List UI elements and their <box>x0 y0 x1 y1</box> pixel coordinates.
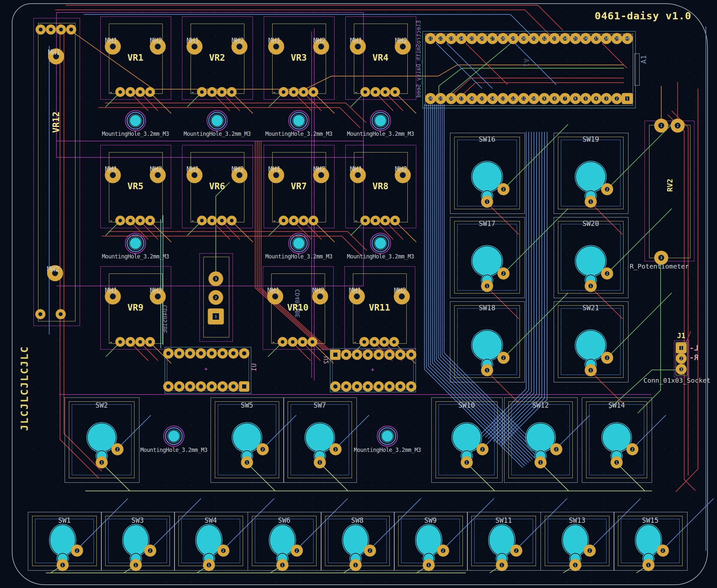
pad[interactable] <box>229 349 238 358</box>
pad[interactable] <box>381 88 390 97</box>
pad[interactable] <box>227 88 236 97</box>
pad[interactable] <box>341 382 351 391</box>
pad[interactable] <box>36 25 45 34</box>
switch-plunger[interactable] <box>452 423 481 451</box>
pad[interactable] <box>391 88 400 97</box>
mounting-hole[interactable] <box>288 110 309 131</box>
pad[interactable] <box>341 350 351 359</box>
pad[interactable] <box>239 349 249 358</box>
pad[interactable] <box>126 88 135 97</box>
switch-plunger[interactable] <box>576 246 606 276</box>
pad[interactable] <box>126 216 135 225</box>
pad[interactable] <box>197 88 206 97</box>
pad[interactable] <box>308 337 317 346</box>
pad[interactable] <box>390 337 399 346</box>
mounting-hole[interactable] <box>288 233 309 254</box>
mounting-hole[interactable] <box>370 233 391 254</box>
pad[interactable] <box>380 337 389 346</box>
pad[interactable] <box>116 216 125 225</box>
pad[interactable] <box>185 349 195 358</box>
pad[interactable] <box>278 337 287 346</box>
pad[interactable] <box>289 88 298 97</box>
pad[interactable] <box>298 337 307 346</box>
switch-plunger[interactable] <box>576 162 606 191</box>
pad[interactable] <box>197 216 206 225</box>
pad[interactable] <box>363 350 373 359</box>
switch-plunger[interactable] <box>88 423 116 451</box>
pad[interactable] <box>185 382 195 391</box>
pad[interactable] <box>385 382 394 391</box>
pad[interactable] <box>67 25 76 34</box>
pad[interactable] <box>56 310 65 319</box>
pad[interactable] <box>299 216 308 225</box>
pad[interactable] <box>36 310 45 319</box>
switch-plunger[interactable] <box>472 162 502 191</box>
pad[interactable] <box>279 88 288 97</box>
pad[interactable] <box>146 216 154 225</box>
pad[interactable] <box>196 382 206 391</box>
pad[interactable] <box>174 382 184 391</box>
pad[interactable] <box>299 88 308 97</box>
pad[interactable] <box>196 349 206 358</box>
pad[interactable] <box>309 88 318 97</box>
switch-plunger[interactable] <box>472 331 502 360</box>
pad[interactable] <box>116 88 125 97</box>
pad[interactable] <box>174 349 184 358</box>
pad[interactable] <box>239 382 249 391</box>
pad[interactable] <box>363 382 373 391</box>
pad[interactable] <box>406 350 416 359</box>
pad[interactable] <box>352 382 362 391</box>
pad[interactable] <box>374 382 383 391</box>
pad[interactable] <box>218 349 227 358</box>
pad[interactable] <box>136 216 145 225</box>
pad[interactable] <box>229 382 238 391</box>
pad[interactable] <box>207 382 216 391</box>
pad[interactable] <box>217 88 226 97</box>
pad[interactable] <box>361 88 370 97</box>
pad[interactable] <box>289 216 298 225</box>
pad[interactable] <box>164 349 173 358</box>
pad[interactable] <box>288 337 297 346</box>
pad[interactable] <box>136 88 145 97</box>
pad[interactable] <box>331 382 340 391</box>
pad[interactable] <box>352 350 362 359</box>
pad[interactable] <box>396 350 405 359</box>
switch-plunger[interactable] <box>526 423 555 451</box>
mounting-hole[interactable] <box>377 426 398 447</box>
mounting-hole[interactable] <box>125 110 146 131</box>
pad[interactable] <box>208 88 216 97</box>
switch-plunger[interactable] <box>306 423 334 451</box>
pad[interactable] <box>309 216 318 225</box>
board-title-text[interactable]: 0461-daisy v1.0 <box>595 10 691 22</box>
pad[interactable] <box>116 337 125 346</box>
mounting-hole[interactable] <box>163 426 184 447</box>
pad[interactable] <box>208 216 216 225</box>
pad[interactable] <box>406 382 416 391</box>
switch-plunger[interactable] <box>472 246 502 276</box>
pad[interactable] <box>207 349 216 358</box>
pad[interactable] <box>374 350 383 359</box>
pad[interactable] <box>126 337 135 346</box>
pad[interactable] <box>217 216 226 225</box>
mounting-hole[interactable] <box>370 110 391 131</box>
pad[interactable] <box>146 337 154 346</box>
pad[interactable] <box>218 382 227 391</box>
pad[interactable] <box>381 216 390 225</box>
pad[interactable] <box>385 350 394 359</box>
pad[interactable] <box>391 216 400 225</box>
switch-plunger[interactable] <box>233 423 261 451</box>
pad[interactable] <box>371 88 380 97</box>
pad[interactable] <box>396 382 405 391</box>
switch-plunger[interactable] <box>603 423 631 451</box>
mounting-hole[interactable] <box>207 110 228 131</box>
pad[interactable] <box>371 216 380 225</box>
pad[interactable] <box>164 382 173 391</box>
pad[interactable] <box>279 216 288 225</box>
pad[interactable] <box>136 337 145 346</box>
pad[interactable] <box>331 350 340 359</box>
mounting-hole[interactable] <box>125 233 146 254</box>
pad[interactable] <box>360 337 369 346</box>
pad[interactable] <box>227 216 236 225</box>
switch-plunger[interactable] <box>576 331 606 360</box>
pad[interactable] <box>57 25 66 34</box>
